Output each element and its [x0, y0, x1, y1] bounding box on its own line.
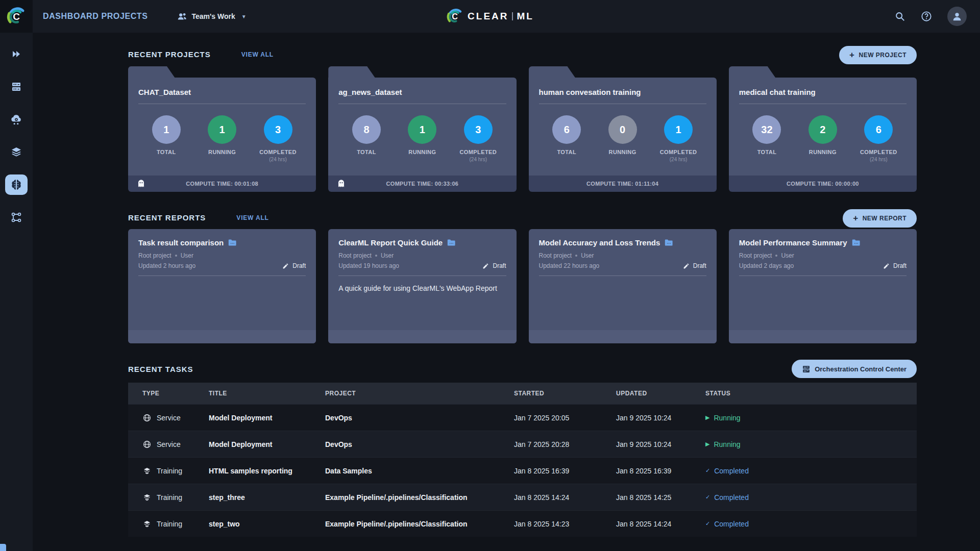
stat-total: 6 TOTAL: [546, 115, 587, 163]
report-meta: Root projectUser: [338, 252, 506, 259]
draft-badge: Draft: [683, 262, 706, 269]
sidebar-item-model-serving[interactable]: [5, 174, 28, 195]
search-icon[interactable]: [894, 11, 905, 22]
sidebar-item-autoscalers[interactable]: [5, 109, 28, 130]
server-rack-icon: [10, 81, 22, 93]
report-card-footer: [328, 330, 516, 343]
folder-tab: [128, 66, 175, 78]
layers-icon: [10, 146, 22, 158]
stat-completed: 6 COMPLETED(24 hrs): [858, 115, 899, 163]
layers-icon: [142, 466, 152, 475]
svg-text:C: C: [452, 12, 458, 21]
stat-circle: 1: [152, 115, 181, 144]
stat-circle: 3: [464, 115, 493, 144]
sidebar-item-getting-started[interactable]: [5, 44, 28, 64]
project-card[interactable]: ag_news_dataset 8 TOTAL 1 RUNNING 3 COMP…: [328, 78, 516, 192]
report-updated: Updated 2 hours ago: [138, 262, 195, 269]
stat-completed: 3 COMPLETED(24 hrs): [458, 115, 499, 163]
col-updated: UPDATED: [616, 390, 705, 397]
status-badge: ▶ Running: [705, 440, 917, 448]
help-icon[interactable]: [921, 11, 932, 22]
table-row[interactable]: Service Model Deployment DevOps Jan 7 20…: [128, 404, 917, 431]
workspace-selector[interactable]: Team's Work ▼: [177, 11, 247, 22]
report-folder-icon: [447, 239, 455, 246]
recent-projects-title: RECENT PROJECTS: [128, 50, 211, 59]
report-card-footer: [729, 330, 917, 343]
stat-circle: 1: [208, 115, 236, 144]
clearml-c-icon: C: [6, 6, 27, 27]
table-row[interactable]: Service Model Deployment DevOps Jan 7 20…: [128, 431, 917, 457]
projects-view-all-link[interactable]: VIEW ALL: [241, 51, 274, 58]
report-folder-icon: [852, 239, 860, 246]
top-header: C DASHBOARD PROJECTS Team's Work ▼ C CLE…: [0, 0, 980, 33]
recent-tasks-header: RECENT TASKS Orchestration Control Cente…: [128, 365, 917, 373]
sidebar-item-datasets[interactable]: [5, 142, 28, 162]
recent-tasks-section: RECENT TASKS Orchestration Control Cente…: [128, 365, 917, 537]
status-badge: ✓ Completed: [705, 520, 917, 528]
col-started: STARTED: [514, 390, 616, 397]
report-card[interactable]: Task result comparison Root projectUser …: [128, 229, 316, 343]
report-description: [539, 276, 706, 286]
table-row[interactable]: Training step_three Example Pipeline/.pi…: [128, 484, 917, 510]
sidebar-item-pipelines[interactable]: [5, 207, 28, 228]
sidebar-nav: [0, 33, 33, 551]
compute-time: COMPUTE TIME: 01:11:04: [529, 181, 717, 187]
status-icon: ✓: [705, 467, 710, 474]
main-content: RECENT PROJECTS VIEW ALL + NEW PROJECT C…: [33, 33, 980, 537]
report-card[interactable]: ClearML Report Quick Guide Root projectU…: [328, 229, 516, 343]
stat-circle: 0: [608, 115, 637, 144]
recent-reports-header: RECENT REPORTS VIEW ALL + NEW REPORT: [128, 213, 917, 222]
double-play-icon: [10, 48, 22, 60]
new-report-button[interactable]: + NEW REPORT: [843, 209, 917, 228]
draft-badge: Draft: [883, 262, 906, 269]
stat-circle: 8: [352, 115, 381, 144]
new-project-button[interactable]: + NEW PROJECT: [839, 46, 917, 64]
report-title: ClearML Report Quick Guide: [338, 238, 443, 247]
compute-time: COMPUTE TIME: 00:33:06: [328, 181, 516, 187]
bottom-left-partial-button[interactable]: [0, 544, 6, 551]
stat-total: 32 TOTAL: [746, 115, 787, 163]
folder-tab: [529, 66, 576, 78]
report-description: [138, 276, 306, 286]
sidebar-item-workers-queues[interactable]: [5, 77, 28, 97]
stat-circle: 32: [752, 115, 781, 144]
recent-projects-header: RECENT PROJECTS VIEW ALL + NEW PROJECT: [128, 50, 917, 59]
report-description: A quick guide for using ClearML's WebApp…: [338, 276, 506, 292]
stat-total: 1 TOTAL: [146, 115, 187, 163]
stat-circle: 1: [408, 115, 436, 144]
orchestration-control-center-button[interactable]: Orchestration Control Center: [792, 360, 917, 378]
report-card[interactable]: Model Performance Summary Root projectUs…: [729, 229, 917, 343]
stat-total: 8 TOTAL: [346, 115, 387, 163]
report-folder-icon: [665, 239, 673, 246]
project-name: CHAT_Dataset: [138, 88, 306, 96]
project-card[interactable]: human convesation training 6 TOTAL 0 RUN…: [529, 78, 717, 192]
pencil-icon: [883, 263, 890, 269]
cloud-gear-icon: [10, 113, 23, 126]
col-title: TITLE: [209, 390, 325, 397]
table-row[interactable]: Training HTML samples reporting Data Sam…: [128, 457, 917, 484]
avatar[interactable]: [947, 7, 967, 26]
report-meta: Root projectUser: [539, 252, 706, 259]
stat-completed: 1 COMPLETED(24 hrs): [658, 115, 699, 163]
pencil-icon: [282, 263, 289, 269]
brand-text: CLEARML: [468, 11, 534, 22]
header-actions: [894, 7, 980, 26]
col-type: TYPE: [142, 390, 209, 397]
clearml-logo-mark[interactable]: C: [0, 0, 33, 33]
project-name: human convesation training: [539, 88, 706, 96]
table-row[interactable]: Training step_two Example Pipeline/.pipe…: [128, 510, 917, 537]
report-title: Model Performance Summary: [739, 238, 847, 247]
reports-view-all-link[interactable]: VIEW ALL: [236, 214, 268, 221]
svg-text:C: C: [13, 11, 20, 22]
globe-icon: [142, 413, 152, 422]
project-card[interactable]: medical chat training 32 TOTAL 2 RUNNING…: [729, 78, 917, 192]
users-icon: [177, 11, 188, 22]
workspace-name: Team's Work: [192, 12, 235, 20]
tasks-table-header: TYPE TITLE PROJECT STARTED UPDATED STATU…: [128, 383, 917, 404]
brand-logo: C CLEARML: [446, 0, 534, 33]
report-card[interactable]: Model Accuracy and Loss Trends Root proj…: [529, 229, 717, 343]
project-cards-row: CHAT_Dataset 1 TOTAL 1 RUNNING 3 COMPLET…: [128, 66, 917, 192]
project-card[interactable]: CHAT_Dataset 1 TOTAL 1 RUNNING 3 COMPLET…: [128, 78, 316, 192]
status-badge: ✓ Completed: [705, 493, 917, 502]
status-icon: ▶: [705, 414, 709, 421]
